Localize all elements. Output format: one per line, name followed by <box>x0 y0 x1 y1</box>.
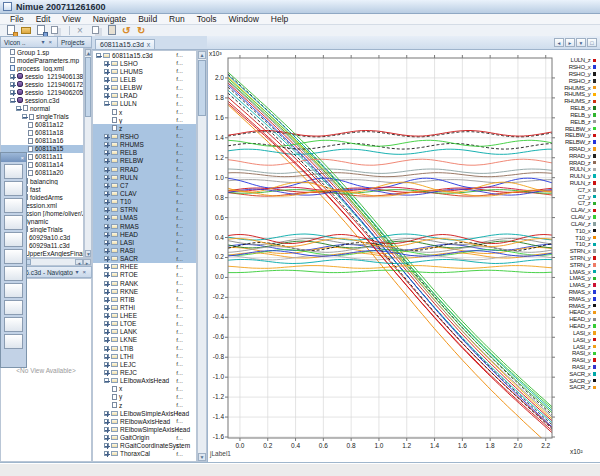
expand-handle-icon[interactable] <box>104 215 109 220</box>
save-all-icon[interactable] <box>36 25 47 36</box>
tree-row-y[interactable]: yf... <box>93 393 196 401</box>
tree-row-y[interactable]: yf... <box>93 116 196 124</box>
tree-row-ruln[interactable]: RULNf... <box>93 173 196 181</box>
expand-handle-icon[interactable] <box>104 362 109 367</box>
tree-row-process-log-xml[interactable]: process_log.xml <box>1 64 83 72</box>
tree-row-lthi[interactable]: LTHIf... <box>93 352 196 360</box>
tree-row-relbowaxishead[interactable]: RElbowAxisHeadf... <box>93 417 196 425</box>
palette-button[interactable] <box>4 317 23 332</box>
tree-row-rhums[interactable]: RHUMSf... <box>93 141 196 149</box>
scroll-up-arrow[interactable]: ▲ <box>198 51 206 59</box>
expand-handle-icon[interactable] <box>104 297 109 302</box>
menu-edit[interactable]: Edit <box>30 14 57 25</box>
expand-handle-icon[interactable] <box>104 289 109 294</box>
expand-handle-icon[interactable] <box>104 354 109 359</box>
tree-row-lhums[interactable]: LHUMSf... <box>93 67 196 75</box>
tab-close-icon[interactable]: x <box>147 41 151 48</box>
expand-handle-icon[interactable] <box>104 346 109 351</box>
tree-row-rrad[interactable]: RRADf... <box>93 165 196 173</box>
expand-handle-icon[interactable] <box>10 90 15 95</box>
scroll-up-arrow[interactable]: ▲ <box>85 49 91 56</box>
tree-row-strn[interactable]: STRNf... <box>93 206 196 214</box>
tree-row-rhee[interactable]: RHEEf... <box>93 263 196 271</box>
floating-palette[interactable]: × <box>0 152 27 368</box>
expand-handle-icon[interactable] <box>104 199 109 204</box>
expand-handle-icon[interactable] <box>104 451 109 456</box>
expand-handle-icon[interactable] <box>104 61 109 66</box>
tree-row-60811a18[interactable]: 60811a18 <box>1 129 83 137</box>
palette-button[interactable] <box>4 283 23 298</box>
tree-row-relbw[interactable]: RELBWf... <box>93 157 196 165</box>
tree-row-x[interactable]: xf... <box>93 108 196 116</box>
tree-row-lelb[interactable]: LELBf... <box>93 75 196 83</box>
tab-list-button[interactable]: ▾ <box>576 38 586 47</box>
menu-help[interactable]: Help <box>265 14 294 25</box>
tree-row-lsho[interactable]: LSHOf... <box>93 59 196 67</box>
tree-row-head[interactable]: HEADf... <box>93 230 196 238</box>
expand-handle-icon[interactable] <box>10 74 15 79</box>
tree-row-group-1-sp[interactable]: Group 1.sp <box>1 48 83 56</box>
expand-handle-icon[interactable] <box>104 93 109 98</box>
tree-row-rejc[interactable]: REJCf... <box>93 368 196 376</box>
minimize-panel-icon[interactable]: ▾ <box>39 38 46 46</box>
tree-row-lank[interactable]: LANKf... <box>93 328 196 336</box>
expand-handle-icon[interactable] <box>104 256 109 261</box>
menu-run[interactable]: Run <box>163 14 191 25</box>
tree-row-clav[interactable]: CLAVf... <box>93 189 196 197</box>
palette-button[interactable] <box>4 181 23 196</box>
palette-close-icon[interactable]: × <box>20 155 26 161</box>
expand-handle-icon[interactable] <box>104 77 109 82</box>
maximize-view-button[interactable]: □ <box>587 38 597 47</box>
tree-row-rasi[interactable]: RASIf... <box>93 246 196 254</box>
scroll-right-arrow[interactable]: ▸ <box>83 259 91 265</box>
expand-handle-icon[interactable] <box>104 443 109 448</box>
expand-handle-icon[interactable] <box>104 224 109 229</box>
redo-icon[interactable]: ↻ <box>137 25 148 36</box>
expand-handle-icon[interactable] <box>104 175 109 180</box>
collapse-handle-icon[interactable] <box>104 378 109 383</box>
collapse-handle-icon[interactable] <box>16 106 21 111</box>
tree-row-rtoe[interactable]: RTOEf... <box>93 271 196 279</box>
tree-row-lelbowaxishead[interactable]: LElbowAxisHeadf... <box>93 377 196 385</box>
tree-row-x[interactable]: xf... <box>93 385 196 393</box>
tree-row-sessio-1219406205383[interactable]: sessio_1219406205383 <box>1 88 83 96</box>
tree-row-z[interactable]: zf... <box>93 124 196 132</box>
menu-window[interactable]: Window <box>223 14 265 25</box>
new-file-icon[interactable] <box>6 25 17 36</box>
tree-row-rank[interactable]: RANKf... <box>93 279 196 287</box>
tree-row-sessio-1219406138915[interactable]: sessio_1219406138915 <box>1 72 83 80</box>
scroll-thumb[interactable] <box>198 60 206 116</box>
tree-row-normal[interactable]: normal <box>1 104 83 112</box>
tree-row-60811a16[interactable]: 60811a16 <box>1 137 83 145</box>
close-panel-icon[interactable]: × <box>46 38 54 46</box>
scroll-tabs-left-button[interactable]: ◂ <box>554 38 564 47</box>
palette-button[interactable] <box>4 215 23 230</box>
tree-row-sessio-1219406172587[interactable]: sessio_1219406172587 <box>1 80 83 88</box>
palette-button[interactable] <box>4 334 23 349</box>
palette-button[interactable] <box>4 266 23 281</box>
expand-handle-icon[interactable] <box>104 281 109 286</box>
collapse-handle-icon[interactable] <box>96 53 101 58</box>
minimize-panel-icon[interactable]: ▾ <box>73 268 80 276</box>
menu-file[interactable]: File <box>4 14 30 25</box>
tree-row-sacr[interactable]: SACRf... <box>93 255 196 263</box>
expand-handle-icon[interactable] <box>104 264 109 269</box>
expand-handle-icon[interactable] <box>104 305 109 310</box>
expand-handle-icon[interactable] <box>104 69 109 74</box>
tab-60811a15[interactable]: 60811a15.c3d x <box>95 39 155 49</box>
expand-handle-icon[interactable] <box>104 427 109 432</box>
palette-button[interactable] <box>4 164 23 179</box>
tree-row-lelbowsimpleaxishead[interactable]: LElbowSimpleAxisHeadf... <box>93 409 196 417</box>
scroll-tabs-right-button[interactable]: ▸ <box>565 38 575 47</box>
tree-row-rtib[interactable]: RTIBf... <box>93 295 196 303</box>
palette-button[interactable] <box>4 249 23 264</box>
tree-row-session-c3d[interactable]: session.c3d <box>1 96 83 104</box>
tree-row-rmas[interactable]: RMASf... <box>93 222 196 230</box>
expand-handle-icon[interactable] <box>104 313 109 318</box>
tree-row-lkne[interactable]: LKNEf... <box>93 336 196 344</box>
expand-handle-icon[interactable] <box>104 419 109 424</box>
menu-build[interactable]: Build <box>132 14 163 25</box>
scroll-down-arrow[interactable]: ▼ <box>85 250 91 257</box>
tree-row-lelbw[interactable]: LELBWf... <box>93 84 196 92</box>
expand-handle-icon[interactable] <box>104 435 109 440</box>
